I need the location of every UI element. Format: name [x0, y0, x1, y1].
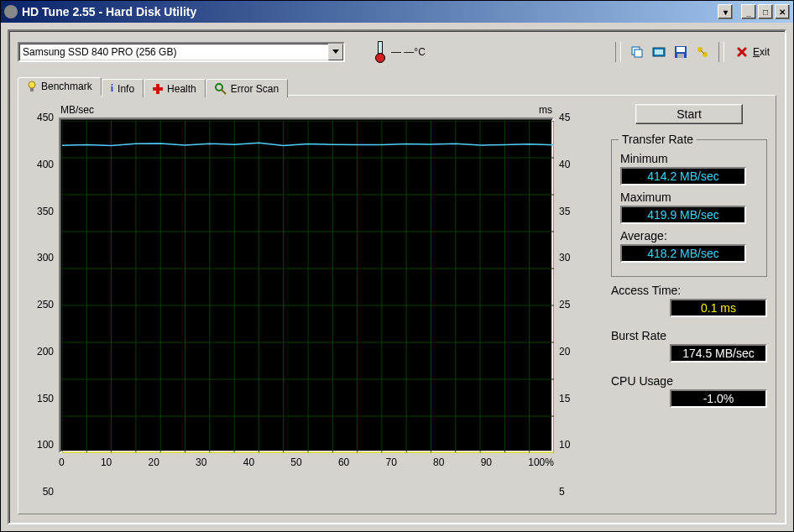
separator	[615, 42, 621, 62]
burst-rate-block: Burst Rate 174.5 MB/sec	[611, 329, 767, 368]
svg-line-18	[222, 90, 226, 94]
save-icon[interactable]	[670, 42, 692, 62]
thermometer-icon	[374, 41, 384, 63]
exit-button[interactable]: Exit	[729, 46, 776, 58]
app-icon	[4, 5, 18, 18]
tab-health[interactable]: Health	[144, 79, 206, 97]
y-label-left: MB/sec	[60, 104, 94, 116]
drive-select[interactable]: Samsung SSD 840 PRO (256 GB)	[18, 42, 345, 62]
svg-line-10	[701, 50, 704, 54]
cpu-usage-value: -1.0%	[670, 389, 767, 408]
tab-strip: Benchmark i Info Health Error Scan	[18, 76, 776, 95]
svg-rect-14	[30, 88, 34, 91]
cpu-usage-label: CPU Usage	[611, 374, 767, 388]
minimize-button[interactable]: _	[741, 4, 756, 19]
tab-label: Benchmark	[41, 81, 92, 92]
tab-content: 45040035030025020015010050 MB/sec ms 010…	[18, 95, 776, 514]
min-label: Minimum	[620, 152, 758, 165]
dropdown-window-button[interactable]: ▾	[718, 4, 733, 19]
options-icon[interactable]	[692, 42, 713, 62]
burst-rate-label: Burst Rate	[611, 329, 767, 342]
close-button[interactable]: ✕	[775, 4, 790, 19]
x-axis: 0102030405060708090100	[59, 456, 554, 468]
burst-rate-value: 174.5 MB/sec	[670, 344, 767, 362]
svg-point-13	[29, 81, 35, 88]
cpu-usage-block: CPU Usage -1.0%	[611, 374, 767, 413]
toolbar-icons: Exit	[610, 42, 776, 62]
svg-rect-6	[676, 47, 685, 52]
benchmark-chart	[59, 117, 554, 453]
screenshot-icon[interactable]	[648, 42, 670, 62]
access-time-block: Access Time: 0.1 ms	[611, 284, 767, 322]
tab-info[interactable]: i Info	[102, 79, 144, 97]
maximize-button[interactable]: □	[758, 4, 773, 19]
lightbulb-icon	[27, 81, 37, 92]
min-value: 414.2 MB/sec	[620, 167, 746, 185]
tab-benchmark[interactable]: Benchmark	[18, 77, 102, 96]
transfer-rate-group: Minimum 414.2 MB/sec Maximum 419.9 MB/se…	[611, 139, 767, 277]
temperature-value: — —°C	[391, 46, 426, 58]
max-label: Maximum	[620, 190, 758, 204]
stats-pane: Start Minimum 414.2 MB/sec Maximum 419.9…	[611, 104, 767, 505]
main-panel: Samsung SSD 840 PRO (256 GB) — —°C Exit	[8, 29, 786, 524]
svg-rect-16	[153, 87, 163, 91]
avg-value: 418.2 MB/sec	[620, 244, 746, 263]
plus-icon	[153, 84, 163, 94]
y-label-right: ms	[539, 104, 552, 116]
start-button[interactable]: Start	[635, 104, 743, 124]
window-title: HD Tune 2.55 - Hard Disk Utility	[22, 5, 716, 18]
copy-icon[interactable]	[626, 42, 648, 62]
max-value: 419.9 MB/sec	[620, 206, 746, 224]
y-axis-left: 45040035030025020015010050	[27, 104, 59, 505]
chart-area: 45040035030025020015010050 MB/sec ms 010…	[27, 104, 588, 505]
svg-point-17	[216, 84, 222, 91]
svg-rect-7	[677, 54, 684, 58]
access-time-label: Access Time:	[611, 284, 767, 297]
titlebar: HD Tune 2.55 - Hard Disk Utility ▾ _ □ ✕	[1, 1, 793, 23]
y-axis-right: 45403530252015105	[554, 104, 588, 505]
access-time-value: 0.1 ms	[670, 299, 767, 317]
svg-rect-2	[635, 50, 642, 57]
chevron-down-icon	[328, 44, 343, 60]
temperature-readout: — —°C	[374, 41, 426, 63]
svg-rect-4	[655, 50, 663, 55]
separator	[718, 42, 724, 62]
exit-label: Exit	[753, 46, 770, 58]
svg-marker-0	[332, 50, 339, 54]
magnifier-icon	[215, 83, 227, 95]
tab-label: Info	[118, 83, 134, 95]
avg-label: Average:	[620, 229, 758, 243]
tab-error-scan[interactable]: Error Scan	[206, 79, 288, 97]
top-toolbar: Samsung SSD 840 PRO (256 GB) — —°C Exit	[18, 39, 776, 65]
tab-label: Error Scan	[231, 83, 279, 95]
drive-select-value: Samsung SSD 840 PRO (256 GB)	[23, 46, 176, 58]
app-window: HD Tune 2.55 - Hard Disk Utility ▾ _ □ ✕…	[0, 0, 794, 532]
info-icon: i	[111, 82, 113, 95]
close-icon	[736, 46, 748, 58]
tab-label: Health	[167, 83, 196, 95]
